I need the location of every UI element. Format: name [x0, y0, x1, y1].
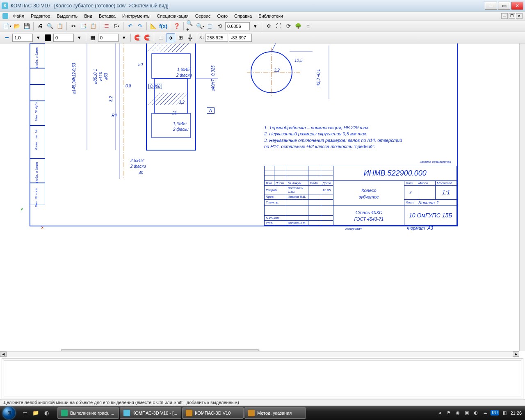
- language-indicator[interactable]: RU: [491, 410, 499, 415]
- open-button[interactable]: 📂: [12, 22, 21, 31]
- paste-button[interactable]: 📋: [89, 22, 98, 31]
- start-button[interactable]: ⊞: [0, 406, 18, 420]
- snap-grid-button[interactable]: ▦: [88, 33, 97, 42]
- menu-file[interactable]: Файл: [10, 13, 27, 19]
- svg-line-30: [272, 43, 276, 52]
- dim-phi145: ⌀145,94h12-0,63: [72, 63, 76, 94]
- coord-y-input[interactable]: [229, 34, 252, 42]
- explorer-icon[interactable]: 📁: [31, 409, 40, 418]
- dim-phi85: ⌀85±0,1: [93, 69, 98, 84]
- clock[interactable]: 21:26: [510, 411, 522, 415]
- tray-arrow-icon[interactable]: ◂: [436, 410, 443, 416]
- tray-icon-4[interactable]: ◐: [472, 410, 479, 416]
- dim-chamfer3: 2,5x45°: [130, 158, 144, 163]
- refresh-button[interactable]: ⟳: [284, 22, 293, 31]
- tray-icon-2[interactable]: ◉: [454, 410, 461, 416]
- menu-service[interactable]: Сервис: [192, 13, 214, 19]
- quick-icon[interactable]: ◐: [42, 409, 51, 418]
- close-button[interactable]: ✕: [511, 2, 523, 10]
- tray-icon-5[interactable]: ☁: [482, 410, 488, 416]
- dim-chamfer1: 1,6x45°: [177, 67, 191, 72]
- snap-button[interactable]: ╬: [186, 33, 195, 42]
- taskbar-item-2[interactable]: КОМПАС-3D V10 - [...: [120, 407, 181, 419]
- system-tray: ◂ ⚑ ◉ ▣ ◐ ☁ RU ◧ 21:26: [433, 410, 525, 416]
- undo-button[interactable]: ↶: [126, 22, 135, 31]
- taskbar-item-3[interactable]: КОМПАС-3D V10: [182, 407, 244, 419]
- save-button[interactable]: 💾: [22, 22, 31, 31]
- standard-toolbar: 📄 📂 💾 🖨 🔍 📋 ✂ 📑 📋 ☰ ⎘ ↶ ↷ 📐 f(x) ❓ 🔍+ 🔍-…: [0, 21, 525, 32]
- scroll-right[interactable]: ▶: [513, 352, 519, 357]
- menu-libraries[interactable]: Библиотеки: [255, 13, 286, 19]
- dim-21: 21: [172, 111, 177, 115]
- menu-tools[interactable]: Инструменты: [119, 13, 154, 19]
- zoom-in-button[interactable]: 🔍+: [186, 22, 195, 31]
- mdi-close[interactable]: ✕: [516, 13, 523, 19]
- zoom-prev-button[interactable]: ⟲: [215, 22, 224, 31]
- new-button[interactable]: 📄: [2, 22, 11, 31]
- horizontal-scrollbar[interactable]: ◀ ▶: [0, 351, 519, 357]
- window-titlebar: К КОМПАС-3D V10 - [Колесо зубчатое (гото…: [0, 0, 525, 11]
- keyway-note: шпонка сегментная: [420, 160, 451, 164]
- preview-button[interactable]: 🔍: [46, 22, 55, 31]
- zoom-drop-button[interactable]: ▾: [251, 22, 260, 31]
- layer-drop[interactable]: ▾: [75, 33, 84, 42]
- taskbar-item-4[interactable]: Метод. указания: [244, 407, 306, 419]
- tray-icon-6[interactable]: ◧: [501, 410, 508, 416]
- menu-select[interactable]: Выделить: [53, 13, 81, 19]
- ortho-button[interactable]: ⊥: [156, 33, 165, 42]
- line-width-drop[interactable]: ▾: [34, 33, 43, 42]
- print-button[interactable]: 🖨: [36, 22, 45, 31]
- dim-ra1: 3,2: [109, 96, 113, 102]
- show-desktop-icon[interactable]: ▭: [21, 409, 30, 418]
- vars-icon[interactable]: f(x): [159, 22, 168, 31]
- taskbar-item-1[interactable]: Выполнение граф. ...: [57, 407, 119, 419]
- minimize-button[interactable]: ─: [485, 2, 497, 10]
- layer-input[interactable]: [53, 34, 74, 42]
- zoom-window-button[interactable]: ⬚: [205, 22, 215, 31]
- dim-ra3: 3,2: [274, 68, 280, 73]
- grid-drop[interactable]: ▾: [119, 33, 128, 42]
- layers-button[interactable]: ≡: [304, 22, 313, 31]
- menu-edit[interactable]: Редактор: [27, 13, 53, 19]
- grid-input[interactable]: [98, 34, 119, 42]
- menu-view[interactable]: Вид: [81, 13, 96, 19]
- props-button[interactable]: ☰: [102, 22, 111, 31]
- tray-icon-3[interactable]: ▣: [463, 410, 470, 416]
- dim-50: 50: [138, 62, 143, 67]
- layer-color[interactable]: [45, 34, 51, 41]
- local-cs-button[interactable]: ⊞: [176, 33, 185, 42]
- help-pointer-button[interactable]: ❓: [172, 22, 181, 31]
- zoom-out-button[interactable]: 🔍-: [196, 22, 205, 31]
- fit-button[interactable]: ⛶: [274, 22, 283, 31]
- cut-button[interactable]: ✂: [69, 22, 78, 31]
- menu-insert[interactable]: Вставка: [96, 13, 119, 19]
- scroll-left[interactable]: ◀: [0, 352, 7, 357]
- magnet-button[interactable]: 🧲: [133, 33, 142, 42]
- paste-spec-button[interactable]: 📋: [55, 22, 64, 31]
- line-style-button[interactable]: ━: [2, 33, 11, 42]
- menu-help[interactable]: Справка: [231, 13, 255, 19]
- pan-button[interactable]: ✥: [264, 22, 273, 31]
- zoom-input[interactable]: [225, 22, 250, 30]
- window-title: КОМПАС-3D V10 - [Колесо зубчатое (готово…: [11, 3, 485, 9]
- maximize-button[interactable]: ▭: [498, 2, 510, 10]
- tray-icon-1[interactable]: ⚑: [445, 410, 452, 416]
- vertical-scrollbar[interactable]: [519, 43, 525, 351]
- svg-line-14: [180, 43, 193, 52]
- ruler-button[interactable]: 📐: [149, 22, 158, 31]
- line-width-input[interactable]: [12, 34, 33, 42]
- round-button[interactable]: ⬗: [166, 33, 175, 42]
- tree-button[interactable]: 🌳: [294, 22, 303, 31]
- menu-window[interactable]: Окно: [214, 13, 231, 19]
- drawing-canvas[interactable]: Y X Подп. и дата Инв. № дубл. Взам. инв.…: [0, 43, 519, 351]
- mdi-restore[interactable]: ❐: [509, 13, 515, 19]
- section-a-label: А: [207, 107, 215, 114]
- mdi-minimize[interactable]: ─: [501, 13, 508, 19]
- copy-props-button[interactable]: ⎘: [112, 22, 121, 31]
- menu-spec[interactable]: Спецификация: [154, 13, 192, 19]
- copy-button[interactable]: 📑: [79, 22, 88, 31]
- gear-end-view: [247, 43, 354, 107]
- magnet2-button[interactable]: 🧲: [143, 33, 152, 42]
- coord-x-input[interactable]: [205, 34, 228, 42]
- redo-button[interactable]: ↷: [135, 22, 144, 31]
